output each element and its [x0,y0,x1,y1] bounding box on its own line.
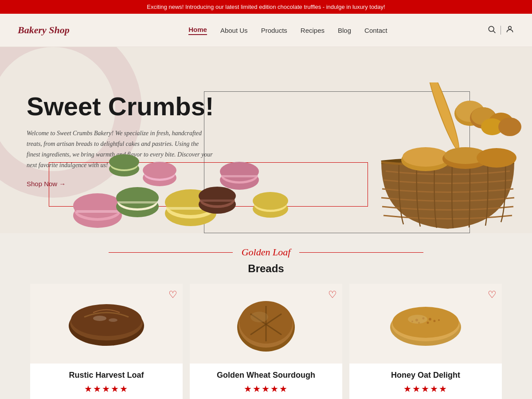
products-grid: ♡ Rustic Harvest Loaf ★★★★★ $40.00 SHOP … [0,284,532,399]
product-image-wrap-2: ♡ [190,284,342,364]
svg-point-66 [408,315,427,324]
svg-point-61 [434,320,436,322]
wishlist-button-2[interactable]: ♡ [328,289,337,301]
svg-point-5 [73,193,122,218]
svg-point-45 [477,148,516,168]
user-icon[interactable] [505,25,514,36]
hero-title: Sweet Crumbs! [27,92,214,121]
product-name-1: Rustic Harvest Loaf [35,371,178,380]
bread-image-2 [222,293,310,355]
svg-rect-10 [117,201,157,203]
product-card-3: ♡ Honey Oat Delight ★★★★★ $40.00 [349,284,502,399]
announcement-text: Exciting news! Introducing our latest li… [147,4,385,10]
nav-contact[interactable]: Contact [364,27,387,34]
svg-point-60 [429,318,431,321]
header-icons [487,25,514,36]
svg-point-31 [253,192,288,210]
product-image-wrap-1: ♡ [30,284,183,364]
svg-point-50 [109,318,117,322]
svg-point-42 [403,147,449,167]
logo[interactable]: Bakery Shop [18,24,89,36]
announcement-bar: Exciting news! Introducing our latest li… [0,0,532,14]
nav-about[interactable]: About Us [220,27,248,34]
nav-blog[interactable]: Blog [338,27,351,34]
product-stars-2: ★★★★★ [190,383,342,394]
macarons-decoration [53,136,301,233]
product-stars-3: ★★★★★ [349,383,502,394]
product-stars-1: ★★★★★ [30,383,183,394]
svg-point-48 [71,304,142,336]
header: Bakery Shop Home About Us Products Recip… [0,14,532,47]
svg-rect-6 [76,210,119,213]
divider-left [109,252,233,253]
nav-home[interactable]: Home [188,26,207,35]
nav-recipes[interactable]: Recipes [301,27,325,34]
product-image-wrap-3: ♡ [349,284,502,364]
nav-products[interactable]: Products [261,27,287,34]
main-nav: Home About Us Products Recipes Blog Cont… [89,26,487,35]
svg-point-63 [427,322,429,324]
svg-rect-18 [221,175,258,177]
product-card-1: ♡ Rustic Harvest Loaf ★★★★★ $40.00 SHOP … [30,284,183,399]
svg-point-49 [93,316,106,321]
svg-point-57 [392,307,459,338]
hero-section: Sweet Crumbs! Welcome to Sweet Crumbs Ba… [0,47,532,233]
svg-point-9 [116,187,159,208]
section-label: Golden Loaf [0,233,532,262]
wishlist-button-1[interactable]: ♡ [168,289,177,301]
svg-point-2 [509,26,512,29]
svg-point-25 [143,162,176,179]
section-subtitle: Breads [0,262,532,284]
product-card-2: ♡ Golden Wheat Sourdough ★★★★★ $40.00 SH… [190,284,342,399]
svg-point-28 [109,154,139,169]
search-icon[interactable] [487,25,496,36]
divider-right [299,252,423,253]
product-name-2: Golden Wheat Sourdough [194,371,338,380]
svg-rect-22 [200,200,235,202]
wishlist-button-3[interactable]: ♡ [488,289,497,301]
svg-point-65 [438,319,440,321]
svg-point-0 [489,26,494,31]
section-category: Golden Loaf [242,246,291,258]
svg-point-54 [250,312,268,322]
svg-point-17 [220,162,259,181]
product-name-3: Honey Oat Delight [354,371,497,380]
svg-point-21 [199,187,236,205]
svg-point-40 [498,117,521,136]
svg-line-1 [493,31,496,33]
bread-image-1 [62,293,151,355]
header-divider [501,26,501,35]
bread-basket-decoration [355,82,532,233]
bread-image-3 [381,293,470,355]
